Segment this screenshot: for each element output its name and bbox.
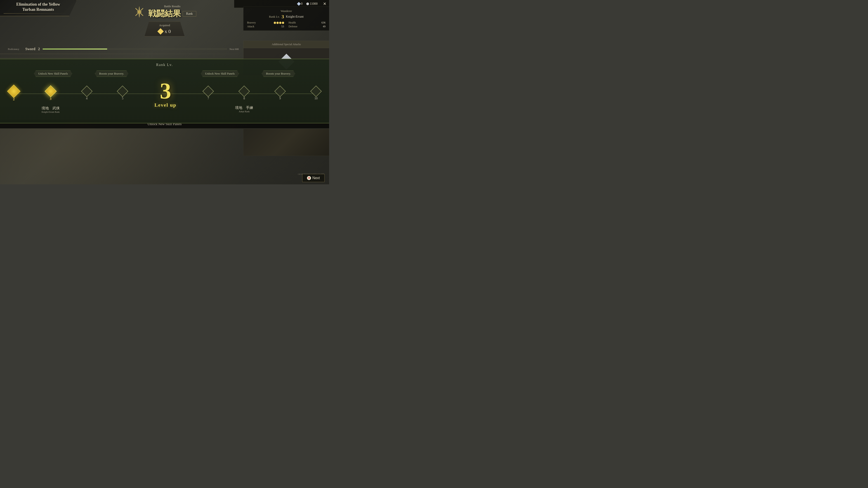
- rank-lv-title: Rank Lv.: [0, 63, 329, 67]
- next-label: Next 608: [229, 48, 239, 51]
- node-num-3: 3: [50, 97, 52, 101]
- battle-results-kanji: 戦闘結果: [148, 8, 181, 19]
- mission-title-text: Elimination of the Yellow Turban Remnant…: [4, 2, 73, 12]
- rank-lv-label: Rank Lv.: [269, 15, 280, 19]
- rank-badge: Rank: [183, 11, 196, 17]
- next-button[interactable]: ✕ Next: [302, 174, 324, 182]
- rank-node-10: 10: [312, 87, 320, 100]
- skill-banners-row: Unlock New Skill Panels Boosts your Brav…: [0, 69, 329, 78]
- circle-icon: [306, 2, 309, 5]
- node-num-7: 7: [208, 97, 209, 100]
- attack-stat: Attack 53: [247, 25, 284, 28]
- proficiency-level: 2: [38, 47, 40, 51]
- node-num-9: 9: [279, 97, 281, 100]
- wanderer-rank-row: Rank Lv. 3 Knight-Errant: [247, 14, 326, 20]
- rank-node-9: 9: [276, 87, 284, 100]
- bravery-dot-1: [274, 22, 276, 24]
- proficiency-label: Proficiency: [4, 48, 23, 51]
- knight-errant-sub: Knight-Errant Rank: [41, 111, 60, 113]
- wanderer-label: Wanderer: [247, 9, 326, 13]
- acquired-label: Acquired: [158, 24, 171, 27]
- adept-kanji: 境地 手練: [235, 105, 253, 110]
- acquired-value: x 0: [158, 29, 171, 34]
- skill-banner-right1: Unlock New Skill Panels: [201, 70, 239, 77]
- skill-banner-left1: Unlock New Skill Panels: [34, 70, 72, 77]
- node-diamond-10: [310, 86, 322, 97]
- battle-results-header: Battle Results 戦闘結果 Rank: [133, 4, 196, 19]
- additional-bottom-image: [243, 129, 329, 156]
- node-diamond-7: [203, 86, 214, 97]
- rank-node-3: 3 境地 武侠 Knight-Errant Rank: [46, 87, 55, 101]
- health-label: Health: [289, 21, 296, 24]
- knight-errant-kanji: 境地 武侠: [41, 106, 60, 111]
- svg-point-4: [138, 11, 141, 13]
- health-value: 636: [321, 21, 326, 24]
- acquired-amount: x 0: [164, 29, 171, 34]
- rank-levelup-panel: Rank Lv. Unlock New Skill Panels Boosts …: [0, 59, 329, 123]
- skill-banner-right2: Boosts your Bravery.: [262, 70, 295, 77]
- rank-node-4: 4: [83, 87, 91, 100]
- nodes-flex: 2 3 境地 武侠 Knight-Errant Rank 4 5: [9, 79, 320, 108]
- diamond-icon: [297, 2, 301, 6]
- rank-node-6: 3 Level up: [154, 79, 176, 108]
- rank-node-7: 7: [204, 87, 212, 100]
- bravery-label: Bravery: [247, 21, 256, 24]
- attack-value: 53: [281, 25, 284, 28]
- node-diamond-3: [44, 85, 57, 97]
- node-diamond-5: [117, 86, 128, 97]
- rank-node-5: 5: [119, 87, 127, 100]
- next-button-icon: ✕: [307, 176, 311, 180]
- adept-sub: Adept Rank: [235, 110, 253, 113]
- proficiency-container: Proficiency Sword 2 Next 608: [0, 45, 243, 53]
- level-up-text: Level up: [154, 102, 176, 108]
- bravery-dot-2: [276, 22, 279, 24]
- battle-results-container: Battle Results 戦闘結果 Rank Acquired x 0: [133, 4, 196, 36]
- h-line-bottom: [0, 58, 239, 58]
- node-num-10: 10: [314, 97, 318, 100]
- bravery-dot-3: [279, 22, 281, 24]
- next-button-label: Next: [312, 176, 320, 180]
- additional-header: Additional Special Attacks: [243, 41, 329, 48]
- bottom-nav: ✕ Next: [302, 174, 324, 182]
- bravery-dots: [274, 22, 284, 24]
- stats-grid: Bravery Health 636 Attack 53 Defense 49: [247, 21, 326, 28]
- bravery-stat: Bravery: [247, 21, 284, 24]
- circle-amount: 11000: [310, 2, 318, 6]
- rank-node-8: 8 境地 手練 Adept Rank: [240, 87, 248, 100]
- battle-results-text-group: Battle Results 戦闘結果 Rank: [148, 4, 196, 19]
- node-diamond-2: [7, 85, 20, 98]
- diamond-amount: 0: [301, 2, 303, 6]
- nodes-row-wrapper: 2 3 境地 武侠 Knight-Errant Rank 4 5: [0, 79, 329, 108]
- proficiency-row: Proficiency Sword 2 Next 608: [4, 47, 239, 51]
- weapon-label: Sword: [25, 47, 35, 51]
- attack-label: Attack: [247, 25, 254, 28]
- node-diamond-8: [239, 86, 250, 97]
- proficiency-bar-track: [42, 48, 227, 50]
- rank-name: Knight-Errant: [286, 15, 304, 19]
- defense-stat: Defense 49: [289, 25, 326, 28]
- acquired-panel: Acquired x 0: [145, 22, 185, 36]
- node-diamond-9: [274, 86, 286, 97]
- rank-node-2: 2: [9, 87, 19, 101]
- defense-label: Defense: [289, 25, 298, 28]
- diamond-currency: 0: [298, 2, 303, 6]
- next-x-icon: ✕: [308, 176, 310, 180]
- node-num-4: 4: [86, 97, 88, 100]
- level-up-number: 3: [154, 79, 176, 102]
- acquired-diamond-icon: [157, 28, 164, 35]
- node-num-5: 5: [122, 97, 123, 100]
- battle-results-label: Battle Results: [148, 4, 196, 8]
- additional-bottom-panel: [243, 129, 329, 156]
- skill-banner-left2: Boosts your Bravery.: [95, 70, 128, 77]
- bravery-dot-4: [282, 22, 284, 24]
- defense-value: 49: [323, 25, 326, 28]
- close-button[interactable]: ✕: [323, 1, 327, 6]
- node-num-8: 8: [243, 97, 245, 100]
- rank-level-number: 3: [282, 14, 284, 20]
- proficiency-bar-fill: [43, 48, 107, 50]
- health-stat: Health 636: [289, 21, 326, 24]
- wanderer-panel: Wanderer Rank Lv. 3 Knight-Errant Braver…: [243, 7, 329, 31]
- mission-title-panel: Elimination of the Yellow Turban Remnant…: [0, 0, 77, 16]
- crossed-swords-icon: [133, 6, 146, 18]
- node-diamond-4: [81, 86, 92, 97]
